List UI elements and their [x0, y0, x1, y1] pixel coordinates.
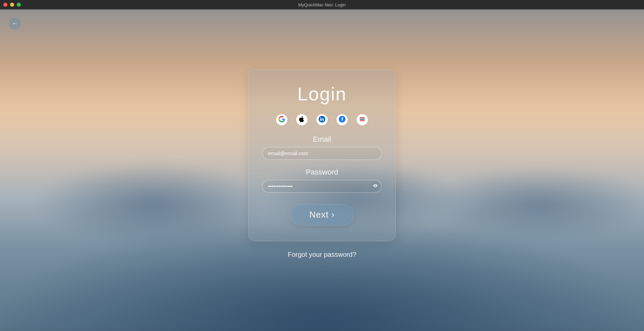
- google-icon: [278, 116, 285, 124]
- center-container: Login: [248, 69, 396, 258]
- linkedin-icon: [319, 116, 325, 124]
- titlebar: MyQuickMac Neo: Login: [0, 0, 644, 9]
- toggle-password-visibility-button[interactable]: [371, 182, 380, 191]
- apple-icon: [299, 116, 305, 124]
- social-login-row: [276, 114, 368, 126]
- login-card: Login: [248, 69, 396, 241]
- close-window-button[interactable]: [3, 3, 7, 7]
- facebook-login-button[interactable]: [336, 114, 348, 126]
- content-area: ← Login: [0, 9, 644, 331]
- back-button[interactable]: ←: [8, 17, 21, 30]
- apple-login-button[interactable]: [296, 114, 308, 126]
- maximize-window-button[interactable]: [17, 3, 21, 7]
- password-label: Password: [306, 168, 338, 177]
- minimize-window-button[interactable]: [10, 3, 14, 7]
- window-title: MyQuickMac Neo: Login: [0, 2, 644, 7]
- next-button[interactable]: Next ›: [290, 204, 354, 226]
- arrow-left-icon: ←: [12, 20, 18, 27]
- password-input[interactable]: [262, 180, 382, 193]
- traffic-lights: [3, 3, 21, 7]
- login-title: Login: [297, 83, 346, 105]
- other-login-button[interactable]: [357, 114, 368, 126]
- eye-icon: [373, 183, 378, 190]
- google-login-button[interactable]: [276, 114, 287, 126]
- email-input[interactable]: [262, 147, 382, 160]
- forgot-password-link[interactable]: Forgot your password?: [288, 251, 357, 258]
- other-provider-icon: [359, 116, 366, 124]
- svg-rect-3: [360, 119, 365, 120]
- email-field-wrap: [262, 147, 382, 160]
- facebook-icon: [339, 116, 345, 124]
- app-window: MyQuickMac Neo: Login ← Login: [0, 0, 644, 331]
- email-label: Email: [313, 135, 331, 144]
- next-button-label: Next ›: [309, 209, 334, 220]
- svg-rect-4: [360, 120, 365, 121]
- password-field-wrap: [262, 180, 382, 193]
- svg-rect-2: [360, 117, 365, 118]
- linkedin-login-button[interactable]: [316, 114, 328, 126]
